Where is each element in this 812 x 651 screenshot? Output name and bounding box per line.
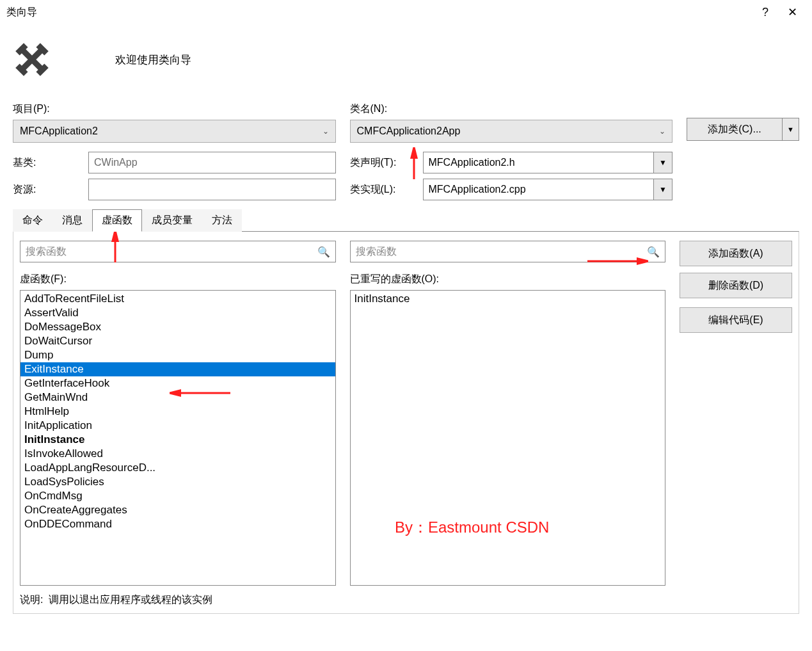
wizard-icon [6, 34, 58, 85]
baseclass-label: 基类: [13, 156, 77, 170]
window-title: 类向导 [6, 6, 752, 19]
overridden-label: 已重写的虚函数(O): [350, 273, 666, 286]
chevron-down-icon[interactable]: ▼ [653, 152, 673, 173]
overridden-listbox[interactable]: InitInstance [350, 290, 666, 586]
watermark: By：Eastmount CSDN [395, 517, 549, 538]
classname-label: 类名(N): [350, 102, 673, 116]
chevron-down-icon[interactable]: ▼ [653, 179, 673, 200]
delete-function-button[interactable]: 删除函数(D) [680, 273, 792, 298]
close-button[interactable]: ✕ [779, 5, 806, 19]
help-button[interactable]: ? [752, 6, 779, 19]
list-item[interactable]: IsInvokeAllowed [20, 447, 335, 461]
list-item[interactable]: AssertValid [20, 306, 335, 320]
classname-dropdown[interactable]: CMFCApplication2App ⌄ [350, 120, 673, 143]
search-overridden-input[interactable]: 搜索函数 🔍 [350, 241, 666, 262]
virtual-functions-listbox[interactable]: AddToRecentFileListAssertValidDoMessageB… [20, 290, 336, 586]
header: 欢迎使用类向导 [0, 24, 812, 95]
add-class-button[interactable]: 添加类(C)... ▼ [687, 118, 799, 141]
list-item[interactable]: OnDDECommand [20, 517, 335, 531]
list-item[interactable]: DoWaitCursor [20, 334, 335, 348]
project-label: 项目(P): [13, 102, 336, 116]
resource-label: 资源: [13, 183, 77, 197]
tab-cmd[interactable]: 命令 [13, 209, 52, 232]
add-function-button[interactable]: 添加函数(A) [680, 241, 792, 266]
baseclass-field: CWinApp [88, 152, 336, 173]
list-item[interactable]: GetMainWnd [20, 390, 335, 405]
list-item[interactable]: ExitInstance [20, 362, 335, 376]
list-item[interactable]: DoMessageBox [20, 320, 335, 334]
list-item[interactable]: AddToRecentFileList [20, 292, 335, 306]
list-item[interactable]: Dump [20, 348, 335, 362]
search-icon: 🔍 [647, 246, 660, 258]
description-row: 说明: 调用以退出应用程序或线程的该实例 [20, 593, 792, 607]
classdecl-combo[interactable]: MFCApplication2.h ▼ [423, 152, 673, 173]
virtual-functions-tab-content: 搜索函数 🔍 搜索函数 🔍 添加函数(A) 虚函数(F): AddToRecen… [13, 231, 799, 614]
classimpl-combo[interactable]: MFCApplication2.cpp ▼ [423, 179, 673, 200]
class-wizard-dialog: 类向导 ? ✕ 欢迎使用类向导 项目(P): [0, 0, 812, 651]
search-icon: 🔍 [317, 246, 330, 258]
welcome-text: 欢迎使用类向导 [115, 52, 191, 67]
edit-code-button[interactable]: 编辑代码(E) [680, 307, 792, 333]
list-item[interactable]: HtmlHelp [20, 405, 335, 419]
chevron-down-icon: ⌄ [659, 127, 665, 136]
list-item[interactable]: OnCreateAggregates [20, 503, 335, 517]
search-virtual-input[interactable]: 搜索函数 🔍 [20, 241, 336, 262]
list-item[interactable]: InitInstance [20, 433, 335, 447]
chevron-down-icon[interactable]: ▼ [783, 118, 799, 141]
titlebar: 类向导 ? ✕ [0, 0, 812, 24]
resource-field [88, 179, 336, 200]
tab-bar: 命令消息虚函数成员变量方法 [13, 209, 799, 232]
tab-virt[interactable]: 虚函数 [92, 209, 142, 232]
list-item[interactable]: GetInterfaceHook [20, 376, 335, 390]
classdecl-label: 类声明(T): [350, 156, 409, 170]
list-item[interactable]: OnCmdMsg [20, 489, 335, 503]
tab-msg[interactable]: 消息 [52, 209, 92, 232]
list-item[interactable]: InitApplication [20, 419, 335, 433]
list-item[interactable]: LoadSysPolicies [20, 475, 335, 489]
tab-member[interactable]: 成员变量 [142, 209, 202, 232]
project-dropdown[interactable]: MFCApplication2 ⌄ [13, 120, 336, 143]
tab-method[interactable]: 方法 [202, 209, 242, 232]
list-item[interactable]: InitInstance [351, 292, 665, 306]
classimpl-label: 类实现(L): [350, 183, 409, 197]
chevron-down-icon: ⌄ [322, 127, 329, 136]
virtual-functions-label: 虚函数(F): [20, 273, 336, 286]
list-item[interactable]: LoadAppLangResourceD... [20, 461, 335, 475]
